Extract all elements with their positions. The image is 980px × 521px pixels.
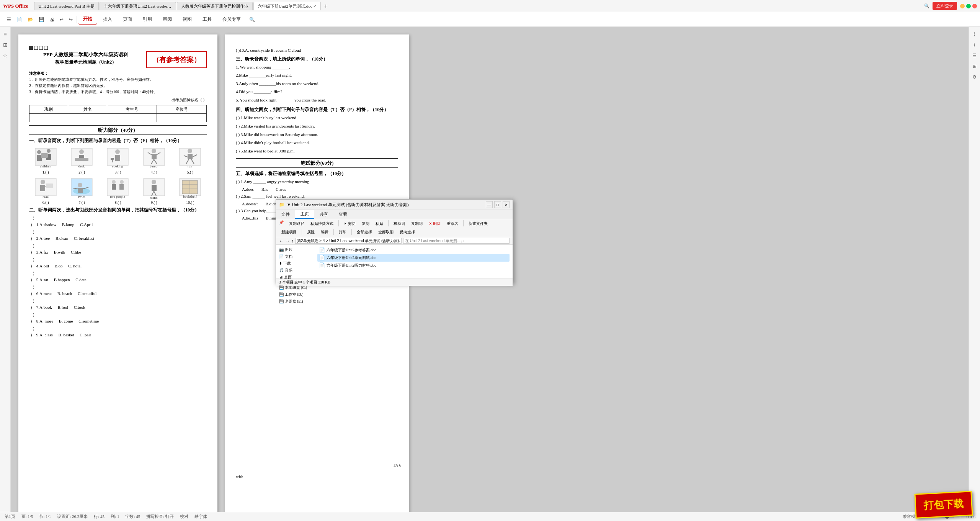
search-toolbar-button[interactable]: 🔍 — [247, 16, 257, 23]
tab-member[interactable]: 会员专享 — [218, 15, 245, 24]
drive-e[interactable]: 💾 老硬盘 (E:) — [278, 298, 312, 305]
new-button[interactable]: 📄 — [14, 16, 24, 23]
paste-btn[interactable]: 粘贴 — [373, 220, 385, 227]
file-tab-view[interactable]: 查看 — [333, 210, 353, 219]
tab-page[interactable]: 页面 — [118, 15, 137, 24]
search-icon[interactable]: 🔍 — [924, 3, 929, 8]
word-item-7: （ ） 7.A.book B.fool C.took — [29, 298, 207, 310]
fill-3: 3.Andy often ________his room on the wee… — [236, 80, 398, 87]
invert-btn[interactable]: 反向选择 — [397, 229, 417, 236]
tab-2[interactable]: 十六年级下册美语Unit2 Last weekend.... — [100, 2, 176, 10]
tab-insert[interactable]: 插入 — [98, 15, 117, 24]
close-button[interactable] — [972, 4, 977, 8]
file-item-1[interactable]: 📄 六年级下册Unit2参考答案.doc — [317, 246, 510, 254]
right-btn-4[interactable]: ⊞ — [970, 62, 979, 70]
choice-options-1: A.does B.is C.was — [242, 187, 398, 192]
svg-rect-20 — [152, 154, 157, 159]
svg-rect-14 — [115, 155, 120, 161]
address-input[interactable] — [295, 238, 402, 244]
sidebar-docs[interactable]: 📄 文档 — [278, 253, 312, 260]
menu-button[interactable]: ☰ — [5, 16, 13, 23]
right-btn-1[interactable]: ⟨ — [970, 30, 979, 38]
copy-to-btn[interactable]: 复制到 — [409, 220, 425, 227]
deselect-btn[interactable]: 全部取消 — [376, 229, 396, 236]
tab-1[interactable]: Unit 2 Last weekend Part B 主题 — [34, 2, 99, 10]
tf-5: ( ) 5.Mike went to bed at 9:00 p.m. — [236, 148, 398, 155]
file-tab-share[interactable]: 共享 — [314, 210, 333, 219]
choice-1a: A.does — [242, 187, 254, 192]
undo-button[interactable]: ↩ — [57, 16, 66, 23]
new-folder-btn[interactable]: 新建文件夹 — [466, 220, 490, 227]
file-win-title-text: 📁 ▼ Unit 2 Last weekend 单元测试 (含听力原材料及答案 … — [279, 202, 409, 208]
svg-rect-28 — [188, 154, 193, 159]
forward-btn[interactable]: → — [285, 238, 290, 244]
sidebar-btn-2[interactable]: ⊞ — [1, 41, 10, 49]
add-tab-button[interactable]: + — [322, 3, 330, 10]
tab-review[interactable]: 审阅 — [158, 15, 176, 24]
sidebar-btn-3[interactable]: ☆ — [1, 51, 10, 60]
tab-ref[interactable]: 引用 — [138, 15, 157, 24]
tf-4: ( ) 4.Mike didn't play football last wee… — [236, 139, 398, 146]
drive-d[interactable]: 💾 工作室 (D:) — [278, 291, 312, 298]
new-item-btn[interactable]: 新建项目 — [279, 229, 299, 236]
select-all-btn[interactable]: 全部选择 — [354, 229, 374, 236]
file-tab-home[interactable]: 主页 — [295, 210, 314, 219]
download-badge[interactable]: 打包下载 — [914, 491, 973, 519]
sq2 — [34, 46, 38, 50]
img-item-2: desk 2.( ) — [69, 146, 94, 174]
sidebar-music[interactable]: 🎵 音乐 — [278, 267, 312, 274]
delete-btn[interactable]: ✕ 删除 — [426, 220, 443, 227]
sidebar-btn-1[interactable]: ≡ — [1, 30, 10, 38]
back-btn[interactable]: ← — [279, 238, 284, 244]
tab-tools[interactable]: 工具 — [198, 15, 216, 24]
sidebar-pictures[interactable]: 📷 图片 — [278, 246, 312, 253]
rename-btn[interactable]: 重命名 — [444, 220, 461, 227]
copy-btn[interactable]: 复制 — [359, 220, 372, 227]
toolbar: ☰ 📄 📂 💾 🖨 ↩ ↪ 开始 插入 页面 引用 审阅 视图 工具 会员专享 … — [0, 12, 980, 27]
word-item-8: （ ） 8.A. more B. come C.sometime — [29, 311, 207, 324]
svg-point-3 — [47, 149, 51, 153]
print-button[interactable]: 🖨 — [47, 16, 57, 23]
minimize-button[interactable] — [960, 4, 965, 8]
edit-btn[interactable]: 编辑 — [318, 229, 331, 236]
tab-4[interactable]: 六年级下册Unit2单元测试.doc ✓ — [253, 2, 321, 10]
register-button[interactable]: 立即登录 — [933, 2, 957, 10]
part5-title: 五、单项选择，将正确答案编号填在括号里，（10分） — [236, 170, 398, 177]
maximize-button[interactable] — [966, 4, 971, 8]
move-btn[interactable]: 移动到 — [391, 220, 407, 227]
print-file-btn[interactable]: 打印 — [336, 229, 349, 236]
file-win-close[interactable]: ✕ — [503, 201, 510, 208]
redo-button[interactable]: ↪ — [67, 16, 75, 23]
word-item-9: （ ） 9.A. class B. basket C. pair — [29, 325, 207, 338]
word-2a: 2.A.tree — [36, 236, 50, 241]
file-win-minimize[interactable]: — — [486, 201, 493, 208]
file-item-2[interactable]: 📄 六年级下册Unit2单元测试.doc — [317, 254, 510, 262]
pin-icon: 📌 — [279, 220, 284, 227]
up-btn[interactable]: ↑ — [291, 238, 294, 244]
tab-start[interactable]: 开始 — [78, 14, 97, 25]
drive-c[interactable]: 💾 本地磁盘 (C:) — [278, 284, 312, 291]
img-8: two people — [105, 177, 130, 200]
cut-btn[interactable]: ✂ 剪切 — [341, 220, 358, 227]
table-header-1: 班别 — [29, 105, 68, 114]
right-btn-5[interactable]: ⚙ — [970, 73, 979, 81]
file-win-maximize[interactable]: □ — [494, 201, 501, 208]
file-tab-file[interactable]: 文件 — [276, 210, 295, 219]
save-button[interactable]: 💾 — [36, 16, 47, 23]
copy-path-btn[interactable]: 复制路径 — [287, 220, 307, 227]
tab-view[interactable]: 视图 — [178, 15, 196, 24]
svg-rect-34 — [35, 179, 56, 196]
right-btn-3[interactable]: ☰ — [970, 51, 979, 60]
word-4c: C. hotel — [68, 264, 82, 268]
properties-btn[interactable]: 属性 — [305, 229, 317, 236]
word-4a: 4.A.old — [36, 264, 49, 268]
sidebar-downloads[interactable]: ⬇ 下载 — [278, 260, 312, 267]
tab-3[interactable]: 人教版六年级英语下册单元检测作业 — [177, 2, 253, 10]
paste-shortcut-btn[interactable]: 粘贴快捷方式 — [308, 220, 336, 227]
file-list: 📄 六年级下册Unit2参考答案.doc 📄 六年级下册Unit2单元测试.do… — [314, 245, 513, 279]
right-btn-2[interactable]: ⟩ — [970, 41, 979, 49]
open-button[interactable]: 📂 — [25, 16, 36, 23]
choice-question-2: 2.Sam ______ feel well last weekend. — [241, 194, 305, 198]
file-item-3[interactable]: 📄 六年级下册Unit2听力材料.doc — [317, 262, 510, 269]
search-input[interactable] — [403, 238, 510, 244]
